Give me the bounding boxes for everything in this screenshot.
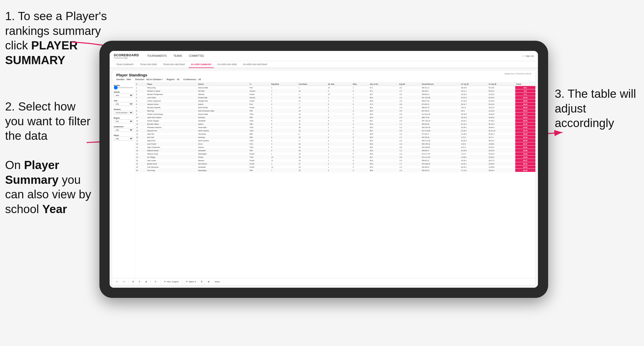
table-row[interactable]: 4Luke ClatonFlorida StateSecond1521068.2…	[135, 96, 535, 99]
table-cell: 0	[352, 132, 369, 136]
nav-committee[interactable]: COMMITTEE	[186, 53, 207, 58]
clock-button[interactable]: ⏱	[153, 280, 158, 283]
table-cell: 68.2	[369, 96, 398, 99]
sign-out-link[interactable]: Sign out	[525, 55, 534, 57]
table-cell: 1	[270, 106, 298, 109]
year-select[interactable]: (All) First Second Third Fourth Fifth	[114, 102, 133, 106]
export-button[interactable]: ⬆	[199, 280, 204, 283]
table-cell: 1	[327, 96, 352, 99]
table-cell: 2	[270, 99, 298, 103]
table-row[interactable]: 2Michael Le SassoOle MissSecond1180067.1…	[135, 89, 535, 93]
table-row[interactable]: 24Bastien AmatNew MexicoFourth1272069.4-…	[135, 162, 535, 165]
toolbar-sep2	[151, 280, 151, 284]
table-cell: UCLA	[197, 142, 249, 146]
table-cell: 10-15-1	[460, 162, 487, 165]
table-cell: 26	[135, 169, 146, 172]
year-filter-section: Year (All) First Second Third Fourth Fif…	[114, 100, 133, 106]
table-row[interactable]: 11Gordon SargentVanderbiltThird4210068.7…	[135, 119, 535, 122]
table-cell: 412-179-38	[421, 129, 460, 132]
table-cell: 0	[352, 169, 369, 172]
table-cell: 50-19-9	[487, 103, 515, 106]
conference-select[interactable]: (All)	[114, 128, 133, 132]
table-row[interactable]: 23Jack LundinMissouriFourth11241068.6-2.…	[135, 159, 535, 162]
grid-button[interactable]: ⊞	[144, 280, 149, 283]
nav-tournaments[interactable]: TOURNAMENTS	[144, 53, 170, 58]
subnav-player-h2h-heatmap[interactable]: PLAYER H2H HEATMAP	[240, 61, 270, 68]
table-cell: 1	[270, 109, 298, 113]
table-cell: 15	[327, 93, 352, 96]
subnav-player-summary[interactable]: PLAYER SUMMARY	[189, 61, 214, 68]
table-row[interactable]: 12Brendan ValdesAuburnFifth5370468.4-1.1…	[135, 122, 535, 126]
table-row[interactable]: 5Christo LamprechtGeorgia TechFourth2212…	[135, 99, 535, 103]
instruction-note: On Player Summary you can also view by s…	[5, 158, 99, 216]
table-cell: 68.6	[369, 169, 398, 172]
table-cell: 8	[298, 132, 327, 136]
watch-button[interactable]: 👁 Watch ▾	[184, 280, 197, 283]
gender-filter-section: Gender Men Women	[114, 91, 133, 97]
table-row[interactable]: 9Preston SummerhaysArizona StateThird324…	[135, 113, 535, 116]
nav-teams[interactable]: TEAMS	[170, 53, 185, 58]
player-filter-section: Player (All)	[114, 134, 133, 141]
table-cell: 28-12-7	[460, 103, 487, 106]
table-cell: 467-29-23	[421, 136, 460, 139]
table-row[interactable]: 14Maxwell FordNorth CarolinaThird3230069…	[135, 129, 535, 132]
table-row[interactable]: 10Jacob Skov OlesenArkansasFifth3106168.…	[135, 116, 535, 119]
table-cell: -1.8	[398, 142, 421, 146]
table-cell: -2.5	[398, 99, 421, 103]
subnav-team-summary[interactable]: TEAM SUMMARY	[114, 61, 136, 68]
view-button[interactable]: 👁 View: Original	[162, 280, 180, 283]
table-cell: 68.0	[369, 142, 398, 146]
content-body: No Rds. Gender Men Women Year	[112, 82, 535, 278]
table-cell: Texas A&M	[197, 126, 249, 129]
table-cell: Jack Lundin	[146, 159, 197, 162]
table-row[interactable]: 21Taehoon SongWashingtonFourth1231068.9-…	[135, 152, 535, 156]
division-select[interactable]: NCAA Division I NCAA Division II NCAA Di…	[114, 111, 133, 115]
copy-button[interactable]: ⧉	[131, 280, 135, 284]
table-row[interactable]: 17David FordNorth CarolinaThird909069.4-…	[135, 139, 535, 142]
table-row[interactable]: 18Luke PowellUCLAFirst4241168.0-1.8500-1…	[135, 142, 535, 146]
table-row[interactable]: 25Cole SherwoodVanderbiltFourth12231069.…	[135, 165, 535, 169]
layout-button[interactable]: ⊞	[206, 280, 211, 283]
table-row[interactable]: 8Mats EgeEast Tennessee StateFifth124206…	[135, 109, 535, 113]
table-cell: 69.4	[369, 162, 398, 165]
table-row[interactable]: 3Michael ThorbjornsenStanfordFourth21151…	[135, 93, 535, 96]
subnav-team-h2h-heatmap[interactable]: TEAM H2H HEATMAP	[161, 61, 188, 68]
table-cell: 38-46-4	[487, 126, 515, 129]
table-cell: 67.1	[369, 86, 398, 89]
table-row[interactable]: 26Petr HrubyWashingtonFifth7250068.6-1.6…	[135, 169, 535, 172]
no-rds-slider[interactable]	[114, 87, 133, 88]
table-row[interactable]: 6Jackson KoivunAuburnFirst270067.3-3.667…	[135, 103, 535, 106]
table-cell: 7	[270, 169, 298, 172]
table-cell: 7	[298, 103, 327, 106]
region-select[interactable]: N/A All	[114, 119, 133, 123]
gender-select[interactable]: Men Women	[114, 93, 133, 97]
table-row[interactable]: 16Alex GoffKentuckyFifth8190068.3-1.7467…	[135, 136, 535, 139]
subnav-team-h2h-grid[interactable]: TEAM H2H GRID	[137, 61, 160, 68]
share-button[interactable]: Share	[213, 280, 221, 283]
paste-button[interactable]: ⎘	[137, 280, 142, 283]
table-row[interactable]: 13Phichaksn MaichonTexas A&MThird6301069…	[135, 126, 535, 129]
table-cell: 24	[298, 109, 327, 113]
table-cell: 1	[298, 93, 327, 96]
table-row[interactable]: 15Jake HallTennesseeFifth781068.5-1.5377…	[135, 132, 535, 136]
table-cell: 0	[352, 146, 369, 149]
table-cell: Maxwell Ford	[146, 129, 197, 132]
table-cell: Second	[249, 96, 270, 99]
table-cell: 68.9	[369, 152, 398, 156]
table-cell: 25-43-9	[487, 152, 515, 156]
table-row[interactable]: 1Wenyi DingArizona StateFirst1115167.1-3…	[135, 86, 535, 89]
undo-button[interactable]: ↩	[115, 280, 120, 283]
player-select[interactable]: (All)	[114, 137, 133, 141]
table-cell: 0	[327, 103, 352, 106]
table-cell: 16	[135, 136, 146, 139]
instruction-step3: 3. The table will adjust accordingly	[555, 87, 636, 131]
subnav-player-h2h-grid[interactable]: PLAYER H2H GRID	[215, 61, 239, 68]
table-cell: North Carolina	[197, 129, 249, 132]
table-cell: 63-54-6	[487, 96, 515, 99]
table-row[interactable]: 7Nicholas GabrielisNorth FloridaFourth12…	[135, 106, 535, 109]
table-cell: 10-10-2	[460, 93, 487, 96]
table-row[interactable]: 20Matthew RiedelVanderbiltFifth8631068.6…	[135, 149, 535, 152]
table-row[interactable]: 22Ian GilliganFloridaThird10241068.7-0.8…	[135, 156, 535, 159]
redo-button[interactable]: ↪	[122, 280, 126, 283]
table-row[interactable]: 19Tiger ChristensenArizonaThird5232069.2…	[135, 146, 535, 149]
